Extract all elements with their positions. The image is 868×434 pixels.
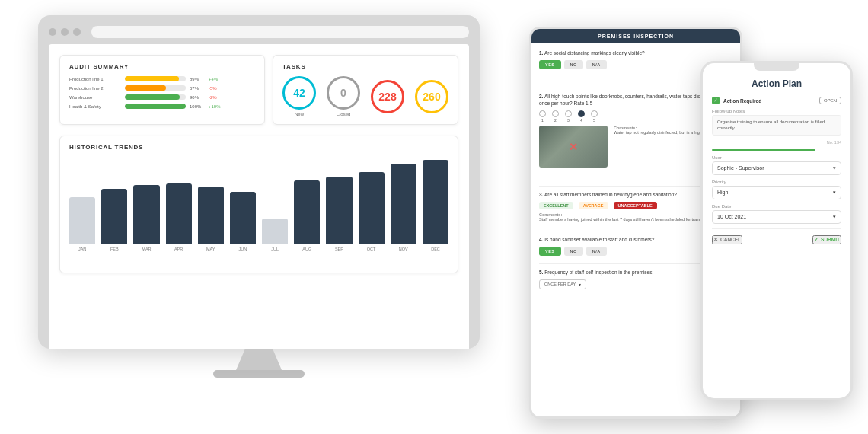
monitor-base [213,370,305,378]
task-circle-closed: 0 Closed [327,76,360,116]
audit-row-4: Health & Safety 100% +10% [69,104,255,109]
audit-bar-track-1 [125,76,186,81]
monitor-screen: AUDIT SUMMARY Production line 1 89% +4% [49,44,469,349]
phone-footer: ✕ CANCEL ✓ SUBMIT [712,228,841,244]
followup-notes[interactable]: Organise training to ensure all document… [712,115,841,136]
bar-aug [294,180,320,244]
bar-label-jan: JAN [78,247,86,251]
bar-label-aug: AUG [302,247,311,251]
q4-no-btn[interactable]: NO [564,247,583,256]
q1-num: 1. [539,50,543,56]
bar-group-dec: DEC [423,160,448,251]
chevron-down-icon: ▾ [579,282,581,287]
bar-dec [423,160,448,244]
due-date-field: Due Date 10 Oct 2021 ▾ [712,204,841,224]
audit-delta-1: +4% [209,77,225,81]
bar-label-apr: APR [174,247,183,251]
bar-jan [69,197,95,244]
q4-yes-btn[interactable]: YES [539,247,561,256]
badge-excellent[interactable]: EXCELLENT [539,202,573,209]
circle-label-new: New [295,112,304,116]
chevron-down-icon-user: ▾ [833,165,836,171]
scene: AUDIT SUMMARY Production line 1 89% +4% [0,0,868,434]
bar-label-nov: NOV [399,247,408,251]
tablet-header: PREMISES INSPECTION [531,29,740,43]
due-date-select[interactable]: 10 Oct 2021 ▾ [712,210,841,224]
q3-num: 3. [539,192,543,197]
red-x-icon: ✕ [569,141,578,153]
bar-label-jul: JUL [271,247,279,251]
audit-summary-box: AUDIT SUMMARY Production line 1 89% +4% [59,55,265,125]
q1-na-btn[interactable]: N/A [586,60,607,69]
task-circle-new: 42 New [282,76,316,116]
bar-group-oct: OCT [359,172,385,251]
q1-no-btn[interactable]: NO [564,60,583,69]
bar-label-feb: FEB [110,247,119,251]
audit-pct-1: 89% [190,77,205,81]
user-label: User [712,155,841,160]
tasks-box: TASKS 42 New 0 Closed 228 [273,55,458,125]
priority-select[interactable]: High ▾ [712,186,841,199]
kitchen-image: ✕ [539,126,608,168]
desktop-monitor: AUDIT SUMMARY Production line 1 89% +4% [38,15,480,378]
phone-content: Action Plan ✓ Action Required OPEN Follo… [703,71,850,398]
monitor-address-bar [91,26,469,38]
bar-group-may: MAY [198,187,224,251]
user-field: User Sophie - Supervisor ▾ [712,155,841,175]
trends-box: HiStoricAL TRENDS JANFEBMARAPRMAYJUNJULA… [59,136,458,273]
bar-label-sep: SEP [335,247,343,251]
monitor-dot-yellow [61,28,69,36]
audit-bar-track-4 [125,104,186,109]
bar-group-apr: APR [166,183,192,251]
radio-2[interactable]: 2 [552,110,559,123]
phone: Action Plan ✓ Action Required OPEN Follo… [700,61,853,400]
audit-row-2: Production line 2 67% -5% [69,85,255,91]
radio-circle-5 [591,110,598,117]
audit-bar-fill-1 [125,76,179,81]
radio-4[interactable]: 4 [578,110,585,123]
radio-1[interactable]: 1 [539,110,546,123]
char-count: No. 134 [712,140,841,145]
audit-delta-4: +10% [209,104,225,109]
cancel-button[interactable]: ✕ CANCEL [712,235,742,244]
user-select[interactable]: Sophie - Supervisor ▾ [712,161,841,175]
phone-title: Action Plan [712,78,841,89]
followup-label: Follow-up Notes [712,109,841,113]
audit-pct-2: 67% [190,86,205,91]
chevron-down-icon-priority: ▾ [833,190,836,196]
q4-na-btn[interactable]: N/A [586,247,607,256]
priority-label: Priority [712,180,841,184]
due-date-label: Due Date [712,204,841,209]
radio-5[interactable]: 5 [591,110,598,123]
bar-feb [101,189,127,244]
bar-jul [262,219,288,244]
submit-button[interactable]: ✓ SUBMIT [812,235,841,244]
cancel-x-icon: ✕ [713,237,718,243]
bar-oct [359,172,385,244]
audit-delta-2: -5% [209,86,225,91]
q5-dropdown[interactable]: ONCE PER DAY ▾ [539,279,586,289]
audit-bar-fill-4 [125,104,186,109]
bar-group-aug: AUG [294,180,320,251]
open-badge: OPEN [819,97,841,104]
circle-ring-228: 228 [371,80,404,113]
circle-ring-260: 260 [415,80,448,113]
action-required-checkbox[interactable]: ✓ [712,97,720,104]
badge-average[interactable]: AVERAGE [579,202,608,209]
radio-3[interactable]: 3 [565,110,572,123]
q4-num: 4. [539,237,543,242]
monitor-stand [236,349,282,370]
tasks-title: TASKS [282,63,448,70]
audit-summary-title: AUDIT SUMMARY [69,63,255,70]
bar-group-jan: JAN [69,197,95,251]
circle-ring-closed: 0 [327,76,360,110]
trends-title: HiStoricAL TRENDS [69,144,448,151]
audit-bar-track-2 [125,85,186,91]
chevron-down-icon-date: ▾ [833,214,836,220]
badge-unacceptable[interactable]: UNACCEPTABLE [614,202,657,209]
radio-circle-2 [552,110,559,117]
q1-yes-btn[interactable]: YES [539,60,561,69]
monitor-dot-green [73,28,81,36]
phone-notch [754,63,799,71]
q5-num: 5. [539,270,543,275]
